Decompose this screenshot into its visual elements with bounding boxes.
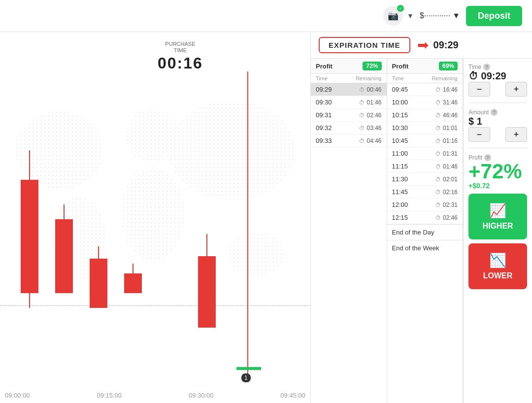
exp-left-remaining-1: ⏱ 01:46 [359,99,381,106]
exp-right-time-10: 12:15 [392,214,408,221]
exp-right-row-7[interactable]: 11:30 ⏱02:01 [387,173,463,186]
expiration-selected-time: 09:29 [433,39,459,51]
lower-icon: 📉 [489,252,506,269]
exp-right-row-5[interactable]: 11:00 ⏱01:31 [387,147,463,160]
expiration-tables-container: Profit 72% Time Remaining 09:29 ⏱ 00:46 … [311,59,532,403]
svg-rect-9 [21,180,38,293]
exp-right-header: Profit 69% [387,59,463,74]
exp-right-row-6[interactable]: 11:15 ⏱01:46 [387,160,463,173]
expiration-left-col: Profit 72% Time Remaining 09:29 ⏱ 00:46 … [311,59,387,403]
amount-plus-button[interactable]: + [505,127,527,142]
exp-right-row-0[interactable]: 09:45 ⏱16:46 [387,83,463,96]
exp-left-time-1: 09:30 [316,99,332,106]
exp-right-row-3[interactable]: 10:30 ⏱01:01 [387,122,463,134]
exp-left-row-4[interactable]: 09:33 ⏱ 04:46 [311,134,387,147]
profit-percentage: +72% [468,161,527,182]
exp-right-row-8[interactable]: 11:45 ⏱02:16 [387,186,463,199]
svg-rect-18 [124,273,142,293]
xaxis-labels: 09:00:00 09:15:00 09:30:00 09:45:00 [0,392,310,399]
profit-section: Profit ? +72% +$0.72 [468,154,527,190]
time-section: Time ? ⏱ 09:29 − + [468,64,527,97]
amount-panel-label: Amount ? [468,109,527,116]
exp-left-col-time: Time [316,75,328,81]
trade-panel: Time ? ⏱ 09:29 − + Amount ? $ 1 [463,59,532,403]
purchase-time-value: 00:16 [158,54,203,72]
exp-right-remaining-8: ⏱02:16 [435,188,458,196]
exp-left-row-3[interactable]: 09:32 ⏱ 03:46 [311,122,387,134]
clock-icon-4: ⏱ [359,138,365,144]
exp-left-header: Profit 72% [311,59,387,74]
exp-right-remaining-0: ⏱16:46 [435,86,458,93]
green-price-bar [236,367,261,370]
profit-left-badge: 72% [363,62,381,70]
check-badge: ✓ [397,5,404,12]
exp-left-remaining-2: ⏱ 02:46 [359,111,381,119]
expiration-time-label: EXPIRATION TIME [329,41,400,49]
exp-right-time-3: 10:30 [392,124,408,132]
deposit-button[interactable]: Deposit [466,6,522,26]
exp-left-remaining-4: ⏱ 04:46 [359,137,381,144]
higher-button[interactable]: 📈 HIGHER [468,194,527,239]
balance-dropdown-icon: ▼ [452,11,460,20]
exp-right-time-0: 09:45 [392,86,408,93]
time-minus-button[interactable]: − [468,82,490,97]
time-plus-button[interactable]: + [505,82,527,97]
exp-right-row-4[interactable]: 10:45 ⏱01:16 [387,134,463,147]
xaxis-label-3: 09:45:00 [280,392,305,399]
exp-left-remaining-3: ⏱ 03:46 [359,124,381,132]
exp-right-row-9[interactable]: 12:00 ⏱02:31 [387,199,463,211]
purchase-time-label2: TIME [174,47,187,53]
exp-right-col-time: Time [392,75,404,81]
amount-info-icon[interactable]: ? [491,109,498,116]
chart-area: PURCHASE TIME 00:16 [0,32,310,403]
exp-left-row-0[interactable]: 09:29 ⏱ 00:46 [311,83,387,96]
exp-right-remaining-5: ⏱01:31 [435,150,458,157]
exp-left-subheader: Time Remaining [311,74,387,83]
expiration-time-box: EXPIRATION TIME [319,37,410,53]
svg-rect-12 [55,219,73,293]
exp-right-time-1: 10:00 [392,99,408,106]
exp-right-row-1[interactable]: 10:00 ⏱31:46 [387,96,463,109]
lower-button[interactable]: 📉 LOWER [468,243,527,289]
exp-left-remaining-0: ⏱ 00:46 [359,86,381,93]
exp-left-time-3: 09:32 [316,124,332,132]
exp-right-time-7: 11:30 [392,175,408,183]
camera-button[interactable]: 📷 ✓ [383,6,403,26]
clock-icon-2: ⏱ [359,112,365,118]
exp-right-time-9: 12:00 [392,201,408,208]
exp-right-remaining-4: ⏱01:16 [435,137,458,144]
exp-right-row-2[interactable]: 10:15 ⏱46:46 [387,109,463,122]
arrow-right-icon: ➡ [417,37,429,53]
time-panel-label: Time ? [468,64,527,70]
exp-right-time-6: 11:15 [392,163,408,170]
exp-right-remaining-9: ⏱02:31 [435,201,458,208]
higher-icon: 📈 [489,202,506,219]
balance-display[interactable]: $············ ▼ [420,11,460,20]
profit-right-badge: 69% [439,62,458,70]
exp-right-col-remaining: Remaining [432,75,458,81]
amount-section: Amount ? $ 1 − + [468,109,527,142]
end-of-week-row[interactable]: End of the Week [387,240,463,256]
expiration-right-col: Profit 69% Time Remaining 09:45 ⏱16:46 1… [387,59,464,403]
camera-dropdown[interactable]: ▼ [407,12,414,20]
purchase-time-container: PURCHASE TIME 00:16 [158,41,203,73]
end-of-day-row[interactable]: End of the Day [387,224,463,240]
clock-icon-1: ⏱ [359,100,365,105]
profit-usd: +$0.72 [468,182,527,190]
exp-right-remaining-7: ⏱02:01 [435,175,458,183]
clock-icon-0: ⏱ [359,87,365,93]
time-panel-value: ⏱ 09:29 [468,70,527,82]
exp-right-row-10[interactable]: 12:15 ⏱02:46 [387,211,463,224]
amount-stepper-row: − + [468,127,527,142]
purchase-time-label1: PURCHASE [165,41,195,47]
lower-label: LOWER [483,271,513,280]
exp-right-remaining-1: ⏱31:46 [435,99,458,106]
profit-left-label: Profit [316,63,332,70]
time-info-icon[interactable]: ? [483,64,490,70]
amount-minus-button[interactable]: − [468,127,490,142]
exp-right-subheader: Time Remaining [387,74,463,83]
exp-left-row-1[interactable]: 09:30 ⏱ 01:46 [311,96,387,109]
xaxis-label-2: 09:30:00 [189,392,214,399]
exp-right-remaining-3: ⏱01:01 [435,124,458,132]
exp-left-row-2[interactable]: 09:31 ⏱ 02:46 [311,109,387,122]
